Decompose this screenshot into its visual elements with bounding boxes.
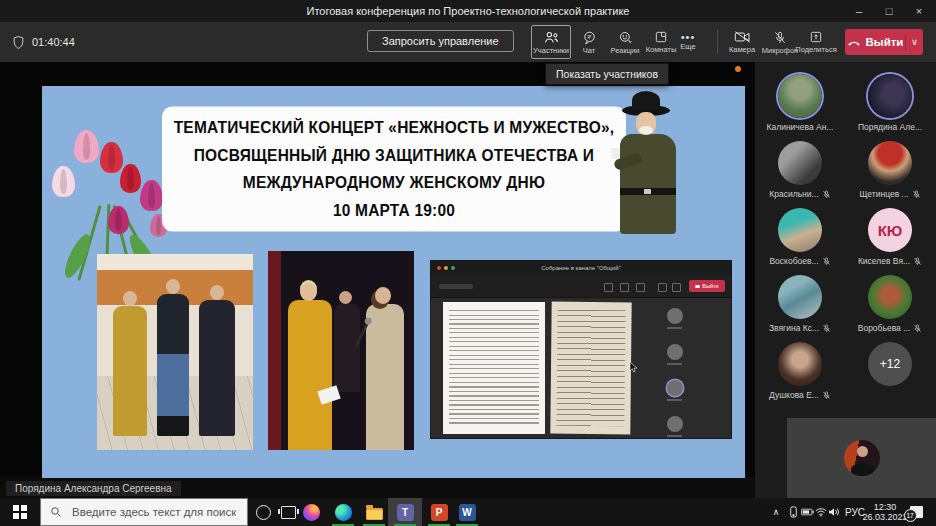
minimize-button[interactable]: – — [844, 0, 874, 22]
mini-maximize-dot — [451, 266, 455, 270]
file-explorer-icon — [366, 508, 383, 520]
microphone-off-icon — [773, 30, 787, 45]
reactions-smiley-icon — [618, 30, 633, 45]
toolbar-divider — [717, 30, 718, 54]
meeting-content: Показать участников ТЕМАТИЧЕС — [0, 62, 936, 498]
tray-expand-button[interactable]: ∧ — [768, 498, 784, 526]
muted-mic-icon — [822, 190, 831, 199]
participant-tile[interactable]: Воскобоев... — [755, 208, 845, 275]
teams-taskbar-button[interactable]: T — [388, 498, 422, 526]
meeting-timer: 01:40:44 — [32, 36, 75, 48]
window-titlebar: Итоговая конференция по Проектно-техноло… — [0, 0, 936, 22]
soldier-hand — [611, 148, 620, 159]
mouse-cursor — [629, 362, 637, 373]
photo-meeting-screenshot: Собрание в канале "Общий" Выйти — [431, 261, 731, 438]
overflow-count: +12 — [868, 342, 912, 386]
shield-icon — [12, 35, 25, 50]
explorer-taskbar-button[interactable] — [359, 498, 389, 526]
participant-tile[interactable]: Воробьева ... — [845, 275, 935, 342]
notification-badge: 17 — [904, 509, 917, 522]
clock-time: 12:30 — [874, 502, 897, 513]
firefox-taskbar-button[interactable] — [296, 498, 326, 526]
more-button[interactable]: ••• Еще — [672, 25, 704, 59]
avatar — [868, 141, 912, 185]
reactions-button[interactable]: Реакции — [605, 25, 645, 59]
muted-mic-icon — [913, 324, 922, 333]
participant-tile[interactable]: КЮ Киселев Вя... — [845, 208, 935, 275]
muted-mic-icon — [822, 391, 831, 400]
chat-button[interactable]: Чат — [569, 25, 609, 59]
edge-taskbar-button[interactable] — [328, 498, 358, 526]
participant-tile[interactable]: Звягина Кс... — [755, 275, 845, 342]
more-label: Еще — [680, 42, 695, 51]
reactions-label: Реакции — [611, 46, 640, 55]
participants-button[interactable]: Участники — [531, 25, 571, 59]
action-center-button[interactable]: 17 — [901, 498, 931, 526]
mini-participant-avatar — [667, 416, 683, 432]
tulip-flower — [140, 180, 163, 211]
mini-participant-avatar — [667, 380, 683, 396]
participants-grid: Калиничева Ан... Порядина Але... Красиль… — [755, 74, 936, 409]
request-control-button[interactable]: Запросить управление — [367, 30, 514, 52]
window-title: Итоговая конференция по Проектно-техноло… — [0, 5, 936, 17]
mini-document-page-left — [443, 302, 545, 434]
participant-name: Щетинцев ... — [859, 189, 908, 199]
participant-tile[interactable]: Калиничева Ан... — [755, 74, 845, 141]
participant-tile[interactable]: Душкова Е... — [755, 342, 845, 409]
mini-toolbar-icon — [604, 283, 613, 292]
participants-label: Участники — [533, 46, 569, 55]
wifi-icon[interactable] — [814, 498, 828, 526]
search-icon — [50, 506, 62, 518]
muted-mic-icon — [822, 257, 831, 266]
tulip-flower — [100, 142, 123, 173]
tray-device-icon[interactable] — [786, 498, 800, 526]
photo-figure — [288, 300, 332, 450]
camera-label: Камера — [729, 45, 755, 54]
avatar-initials: КЮ — [868, 208, 912, 252]
participant-overflow-tile[interactable]: +12 — [845, 342, 935, 409]
meeting-timer-group: 01:40:44 — [12, 22, 75, 62]
powerpoint-taskbar-button[interactable]: P — [424, 498, 454, 526]
camera-button[interactable]: Камера — [722, 25, 762, 59]
tulip-flower — [120, 164, 141, 193]
leave-main[interactable]: Выйти — [845, 36, 905, 48]
muted-mic-icon — [913, 257, 922, 266]
volume-icon[interactable] — [827, 498, 841, 526]
chat-bubble-icon — [582, 30, 597, 45]
start-button[interactable] — [0, 498, 40, 526]
muted-mic-icon — [822, 324, 831, 333]
self-view[interactable] — [787, 418, 936, 498]
avatar — [778, 342, 822, 386]
task-view-icon — [281, 506, 296, 519]
word-taskbar-button[interactable]: W — [452, 498, 482, 526]
action-center-icon: 17 — [910, 506, 923, 518]
taskbar-search[interactable] — [40, 498, 248, 526]
show-participants-tooltip: Показать участников — [545, 63, 669, 85]
share-button[interactable]: Поделиться — [793, 25, 839, 59]
soldier-hat — [632, 91, 660, 110]
mini-window-dots — [437, 266, 455, 270]
photo-three-women — [97, 254, 253, 450]
edge-icon — [335, 504, 352, 521]
mini-text-lines — [449, 310, 539, 426]
avatar — [778, 275, 822, 319]
tulip-flower — [52, 166, 75, 197]
self-avatar — [844, 440, 880, 476]
window-controls: – □ × — [844, 0, 934, 22]
participant-tile[interactable]: Порядина Але... — [845, 74, 935, 141]
presenter-name: Порядина Александра Сергеевна — [6, 481, 181, 496]
firefox-icon — [303, 504, 320, 521]
maximize-button[interactable]: □ — [874, 0, 904, 22]
word-icon: W — [459, 504, 476, 521]
participant-tile[interactable]: Щетинцев ... — [845, 141, 935, 208]
leave-chevron-icon[interactable]: ∨ — [906, 37, 923, 47]
search-input[interactable] — [70, 505, 238, 519]
participant-tile[interactable]: Красильни... — [755, 141, 845, 208]
leave-button[interactable]: Выйти ∨ — [845, 29, 923, 55]
share-icon — [809, 30, 823, 44]
hangup-phone-icon — [847, 39, 861, 46]
chat-label: Чат — [583, 46, 595, 55]
close-button[interactable]: × — [904, 0, 934, 22]
battery-icon[interactable] — [800, 498, 814, 526]
meeting-toolbar: 01:40:44 Запросить управление Участники … — [0, 22, 936, 62]
